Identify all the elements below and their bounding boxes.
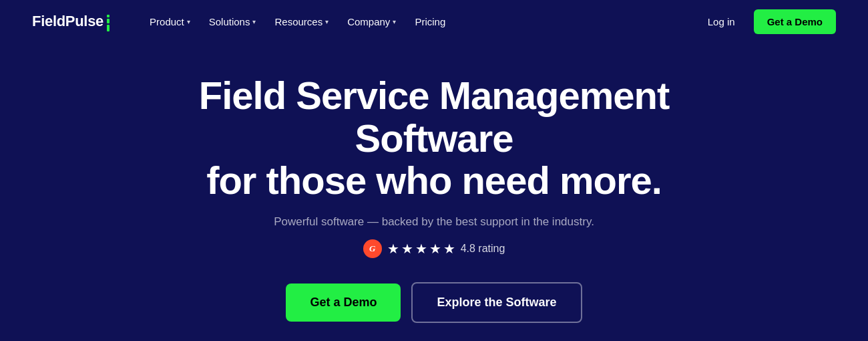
nav-cta-button[interactable]: Get a Demo bbox=[754, 9, 836, 34]
main-content: Field Service Management Software for th… bbox=[0, 43, 868, 341]
nav-label-solutions: Solutions bbox=[209, 16, 250, 27]
signal-bar-3 bbox=[107, 25, 110, 31]
brand-name: FieldPulse bbox=[32, 13, 103, 30]
nav-item-product[interactable]: Product ▾ bbox=[142, 11, 198, 33]
star-4: ★ bbox=[429, 241, 441, 257]
logo[interactable]: FieldPulse bbox=[32, 12, 110, 31]
chevron-down-icon: ▾ bbox=[252, 18, 256, 25]
g2-badge: G bbox=[363, 239, 382, 258]
signal-bar-2 bbox=[107, 19, 110, 23]
login-button[interactable]: Log in bbox=[700, 11, 743, 33]
star-rating: ★ ★ ★ ★ ★ bbox=[387, 241, 455, 257]
hero-section: Field Service Management Software for th… bbox=[0, 34, 868, 341]
navbar-right: Log in Get a Demo bbox=[700, 9, 836, 34]
chevron-down-icon: ▾ bbox=[393, 18, 396, 25]
hero-title-line2: for those who need more. bbox=[206, 158, 662, 202]
hero-subtitle: Powerful software — backed by the best s… bbox=[274, 215, 594, 229]
rating-row: G ★ ★ ★ ★ ★ 4.8 rating bbox=[363, 239, 505, 258]
signal-icon bbox=[107, 15, 110, 31]
rating-score: 4.8 rating bbox=[461, 243, 505, 255]
nav-item-solutions[interactable]: Solutions ▾ bbox=[201, 11, 264, 33]
nav-item-pricing[interactable]: Pricing bbox=[407, 11, 453, 33]
chevron-down-icon: ▾ bbox=[325, 18, 329, 25]
hero-explore-button[interactable]: Explore the Software bbox=[411, 282, 582, 323]
hero-title-line1: Field Service Management Software bbox=[199, 74, 669, 160]
nav-item-company[interactable]: Company ▾ bbox=[339, 11, 404, 33]
navbar-left: FieldPulse Product ▾ Solutions ▾ Resourc… bbox=[32, 11, 453, 33]
g2-label: G bbox=[369, 243, 375, 254]
chevron-down-icon: ▾ bbox=[187, 18, 190, 25]
star-1: ★ bbox=[387, 241, 399, 257]
hero-buttons: Get a Demo Explore the Software bbox=[286, 282, 582, 323]
signal-bar-1 bbox=[107, 15, 110, 17]
star-5: ★ bbox=[443, 241, 455, 257]
star-2: ★ bbox=[401, 241, 413, 257]
nav-label-pricing: Pricing bbox=[415, 16, 445, 27]
nav-label-resources: Resources bbox=[274, 16, 322, 27]
nav-item-resources[interactable]: Resources ▾ bbox=[266, 11, 337, 33]
navbar: FieldPulse Product ▾ Solutions ▾ Resourc… bbox=[0, 0, 868, 43]
nav-links: Product ▾ Solutions ▾ Resources ▾ Compan… bbox=[142, 11, 453, 33]
star-3: ★ bbox=[415, 241, 427, 257]
hero-demo-button[interactable]: Get a Demo bbox=[286, 283, 401, 322]
nav-label-product: Product bbox=[150, 16, 184, 27]
hero-title: Field Service Management Software for th… bbox=[160, 74, 708, 202]
nav-label-company: Company bbox=[347, 16, 390, 27]
